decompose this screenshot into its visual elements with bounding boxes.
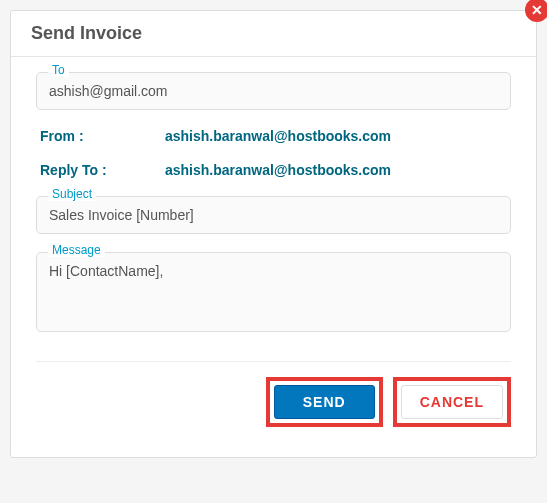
reply-to-row: Reply To : ashish.baranwal@hostbooks.com	[36, 162, 511, 178]
send-highlight-box: SEND	[266, 377, 383, 427]
modal-title: Send Invoice	[31, 23, 516, 44]
to-input[interactable]	[36, 72, 511, 110]
reply-to-label: Reply To :	[40, 162, 165, 178]
from-label: From :	[40, 128, 165, 144]
to-label: To	[48, 63, 69, 77]
from-row: From : ashish.baranwal@hostbooks.com	[36, 128, 511, 144]
reply-to-value: ashish.baranwal@hostbooks.com	[165, 162, 391, 178]
message-label: Message	[48, 243, 105, 257]
cancel-button[interactable]: CANCEL	[401, 385, 503, 419]
send-button[interactable]: SEND	[274, 385, 375, 419]
send-invoice-modal: Send Invoice To From : ashish.baranwal@h…	[10, 10, 537, 458]
cancel-highlight-box: CANCEL	[393, 377, 511, 427]
from-value: ashish.baranwal@hostbooks.com	[165, 128, 391, 144]
message-textarea[interactable]: Hi [ContactName],	[36, 252, 511, 332]
modal-header: Send Invoice	[11, 11, 536, 57]
divider	[36, 361, 511, 362]
close-icon: ✕	[531, 2, 543, 18]
button-row: SEND CANCEL	[36, 377, 511, 437]
subject-label: Subject	[48, 187, 96, 201]
close-button[interactable]: ✕	[525, 0, 547, 22]
message-field-group: Message Hi [ContactName],	[36, 252, 511, 336]
subject-field-group: Subject	[36, 196, 511, 234]
subject-input[interactable]	[36, 196, 511, 234]
modal-body: To From : ashish.baranwal@hostbooks.com …	[11, 57, 536, 457]
to-field-group: To	[36, 72, 511, 110]
